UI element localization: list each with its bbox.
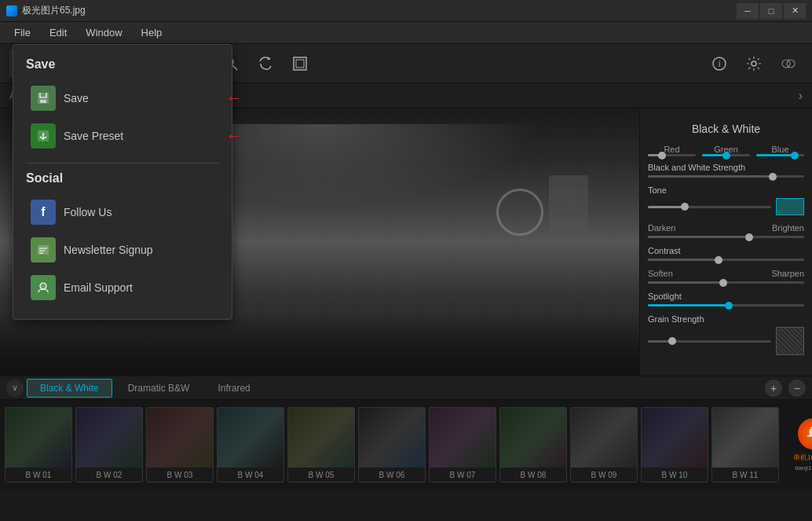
close-button[interactable]: ✕: [784, 3, 806, 19]
tab-dramatic-bw[interactable]: Dramatic B&W: [115, 380, 203, 397]
photo-clock2: [549, 175, 588, 238]
film-label-1: B W 01: [5, 468, 71, 482]
film-thumb-2[interactable]: B W 02: [75, 407, 143, 482]
frame-tool-button[interactable]: [286, 50, 314, 78]
filmstrip: B W 01 B W 02 B W 03 B W 04 B W 05 B W 0…: [0, 399, 812, 490]
red-slider-col: Red: [648, 145, 696, 156]
menu-window[interactable]: Window: [78, 24, 130, 41]
green-slider[interactable]: [702, 154, 750, 156]
blue-slider-col: Blue: [756, 145, 804, 156]
follow-us-label: Follow Us: [64, 206, 112, 218]
effects-tool-button[interactable]: [774, 50, 803, 78]
save-item[interactable]: Save ←: [26, 79, 219, 117]
film-thumb-9[interactable]: B W 09: [570, 407, 638, 482]
film-img-2: [76, 408, 142, 468]
tone-row: Tone: [648, 185, 804, 215]
remove-preset-button[interactable]: −: [788, 380, 806, 397]
soften-row: Soften Sharpen: [648, 269, 804, 284]
soften-label: Soften: [648, 269, 673, 278]
sharpen-label: Sharpen: [771, 269, 804, 278]
film-img-8: [500, 408, 566, 468]
bw-strength-label: Black and White Strength: [648, 163, 804, 172]
svg-rect-10: [296, 60, 304, 68]
follow-us-item[interactable]: f Follow Us: [26, 193, 219, 231]
svg-point-13: [752, 61, 756, 66]
maximize-button[interactable]: □: [760, 3, 782, 19]
film-thumb-10[interactable]: B W 10: [641, 407, 708, 482]
soften-label-row: Soften Sharpen: [648, 269, 804, 278]
grain-control: [648, 327, 804, 355]
grain-row: Grain Strength: [648, 314, 804, 355]
spotlight-slider[interactable]: [648, 304, 804, 306]
menu-file[interactable]: File: [6, 24, 38, 41]
bw-strength-row: Black and White Strength: [648, 163, 804, 178]
rgb-slider-row: Red Green Blue: [648, 145, 804, 156]
film-label-8: B W 08: [500, 468, 566, 482]
save-preset-item[interactable]: Save Preset ←: [26, 117, 219, 155]
film-label-3: B W 03: [147, 468, 213, 482]
film-thumb-8[interactable]: B W 08: [499, 407, 567, 482]
green-slider-col: Green: [702, 145, 750, 156]
newsletter-label: Newsletter Signup: [64, 244, 153, 256]
email-svg: [37, 281, 49, 294]
svg-point-28: [40, 283, 46, 289]
settings-tool-button[interactable]: [740, 50, 768, 78]
tone-control: [648, 198, 804, 215]
film-label-4: B W 04: [218, 468, 283, 482]
newsletter-item[interactable]: Newsletter Signup: [26, 231, 219, 269]
svg-rect-22: [40, 100, 46, 103]
grain-thumbnail: [776, 327, 804, 355]
app-icon: [6, 6, 17, 17]
tone-slider[interactable]: [648, 206, 771, 208]
save-section-title: Save: [26, 57, 219, 72]
save-icon: [31, 86, 56, 111]
grain-slider[interactable]: [648, 340, 771, 343]
soften-slider[interactable]: [648, 281, 804, 284]
newsletter-svg: [37, 244, 49, 256]
dropdown-divider: [26, 163, 219, 163]
minimize-button[interactable]: ─: [737, 3, 759, 19]
red-slider[interactable]: [648, 154, 696, 156]
save-preset-arrow: ←: [225, 126, 243, 146]
film-thumb-3[interactable]: B W 03: [146, 407, 214, 482]
film-thumb-7[interactable]: B W 07: [429, 407, 496, 482]
tab-infrared[interactable]: Infrared: [205, 380, 262, 397]
save-preset-label: Save Preset: [64, 130, 123, 142]
darken-label: Darken: [648, 223, 675, 233]
film-thumb-1[interactable]: B W 01: [5, 407, 72, 482]
tone-swatch[interactable]: [776, 198, 804, 215]
film-thumb-4[interactable]: B W 04: [217, 407, 284, 482]
darken-slider[interactable]: [648, 236, 804, 238]
settings-icon: [746, 56, 762, 72]
menu-help[interactable]: Help: [134, 24, 170, 41]
effects-icon: [781, 56, 796, 72]
film-thumb-6[interactable]: B W 06: [358, 407, 426, 482]
spotlight-label: Spotlight: [648, 292, 804, 301]
film-label-7: B W 07: [430, 468, 496, 482]
film-thumb-11[interactable]: B W 11: [711, 407, 779, 482]
menu-bar: File Edit Window Help: [0, 22, 812, 44]
email-support-item[interactable]: Email Support: [26, 269, 219, 306]
menu-edit[interactable]: Edit: [42, 24, 75, 41]
rotate-icon: [258, 56, 273, 72]
info-icon: i: [711, 56, 727, 72]
brighten-label: Brighten: [772, 223, 804, 233]
contrast-slider[interactable]: [648, 259, 804, 261]
watermark-icon: 单: [798, 418, 812, 449]
panel-title: Black & White: [648, 123, 804, 135]
film-thumb-5[interactable]: B W 05: [287, 407, 355, 482]
rotate-tool-button[interactable]: [251, 50, 280, 78]
film-img-10: [642, 408, 708, 468]
blue-slider[interactable]: [756, 154, 804, 156]
info-tool-button[interactable]: i: [705, 50, 733, 78]
bw-strength-slider[interactable]: [648, 175, 804, 178]
add-preset-button[interactable]: +: [765, 380, 782, 397]
save-preset-icon: [31, 123, 56, 149]
frame-icon: [292, 56, 308, 72]
tab-black-white[interactable]: Black & White: [27, 379, 112, 398]
spotlight-nav-arrow[interactable]: ›: [799, 89, 803, 103]
collapse-button[interactable]: ∨: [6, 380, 24, 397]
film-img-11: [712, 408, 778, 468]
watermark-sub: danji100.com: [795, 464, 812, 471]
watermark-text: 单机100.com: [793, 453, 812, 463]
